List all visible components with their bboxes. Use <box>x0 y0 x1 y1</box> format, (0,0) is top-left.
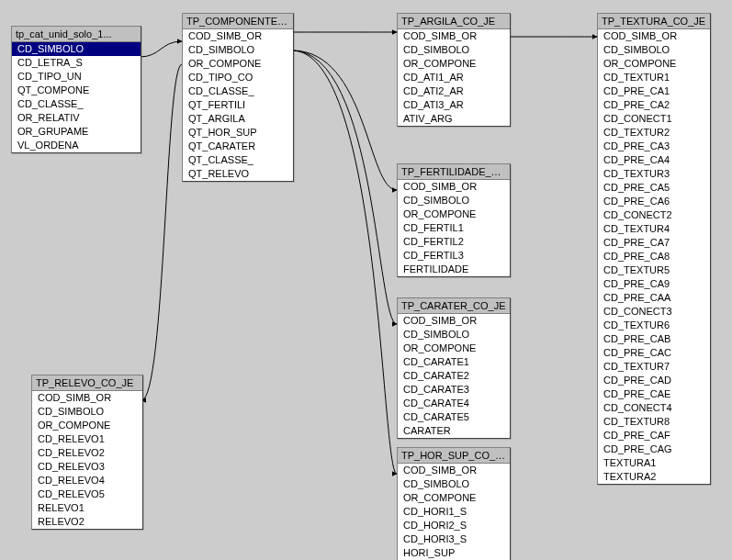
field-item[interactable]: CD_PRE_CA9 <box>598 277 710 291</box>
field-item[interactable]: CD_SIMBOLO <box>598 43 710 57</box>
field-item[interactable]: CD_PRE_CAF <box>598 429 710 442</box>
table-title[interactable]: TP_ARGILA_CO_JE <box>398 14 510 29</box>
field-item[interactable]: CD_TEXTUR4 <box>598 222 710 236</box>
field-item[interactable]: QT_ARGILA <box>183 112 293 126</box>
field-item[interactable]: OR_COMPONE <box>183 57 293 71</box>
field-item[interactable]: OR_COMPONE <box>598 57 710 71</box>
field-item[interactable]: CD_TEXTUR1 <box>598 71 710 84</box>
table-tp_argila_co_je[interactable]: TP_ARGILA_CO_JE COD_SIMB_ORCD_SIMBOLOOR_… <box>397 13 511 127</box>
field-item[interactable]: CD_HORI1_S <box>398 505 510 519</box>
field-item[interactable]: CD_FERTIL3 <box>398 249 510 263</box>
field-item[interactable]: OR_COMPONE <box>398 57 510 71</box>
field-item[interactable]: CD_PRE_CAD <box>598 374 710 387</box>
field-item[interactable]: CD_PRE_CA7 <box>598 236 710 250</box>
table-title[interactable]: TP_HOR_SUP_CO_JE <box>398 448 510 464</box>
field-item[interactable]: QT_RELEVO <box>183 167 293 181</box>
field-item[interactable]: TEXTURA1 <box>598 456 710 470</box>
field-item[interactable]: CD_RELEVO5 <box>32 487 142 501</box>
table-tp_cat_unid_solo[interactable]: tp_cat_unid_solo_1... CD_SIMBOLOCD_LETRA… <box>11 26 141 153</box>
field-item[interactable]: CD_SIMBOLO <box>398 328 510 342</box>
field-item[interactable]: CD_SIMBOLO <box>12 42 141 56</box>
field-item[interactable]: CD_CARATE2 <box>398 369 510 383</box>
field-item[interactable]: CD_CARATE5 <box>398 410 510 424</box>
table-tp_textura_co_je[interactable]: TP_TEXTURA_CO_JE COD_SIMB_ORCD_SIMBOLOOR… <box>597 13 711 485</box>
field-item[interactable]: QT_CLASSE_ <box>183 153 293 167</box>
table-tp_fertilidade_co[interactable]: TP_FERTILIDADE_CO... COD_SIMB_ORCD_SIMBO… <box>397 163 511 277</box>
field-item[interactable]: RELEVO1 <box>32 501 142 515</box>
field-item[interactable]: COD_SIMB_OR <box>398 464 510 477</box>
table-tp_componente_je[interactable]: TP_COMPONENTE_JE COD_SIMB_ORCD_SIMBOLOOR… <box>182 13 294 182</box>
field-item[interactable]: CD_CLASSE_ <box>183 84 293 98</box>
field-item[interactable]: HORI_SUP <box>398 546 510 560</box>
table-tp_relevo_co_je[interactable]: TP_RELEVO_CO_JE COD_SIMB_ORCD_SIMBOLOOR_… <box>31 375 143 530</box>
field-item[interactable]: CD_TEXTUR6 <box>598 319 710 332</box>
field-item[interactable]: COD_SIMB_OR <box>398 180 510 194</box>
field-item[interactable]: CD_TEXTUR3 <box>598 167 710 181</box>
field-item[interactable]: CD_PRE_CAG <box>598 442 710 456</box>
field-item[interactable]: OR_RELATIV <box>12 111 141 125</box>
field-item[interactable]: CD_RELEVO1 <box>32 432 142 446</box>
field-item[interactable]: COD_SIMB_OR <box>598 29 710 43</box>
table-title[interactable]: TP_COMPONENTE_JE <box>183 14 293 29</box>
field-item[interactable]: CD_SIMBOLO <box>183 43 293 57</box>
table-tp_hor_sup_co_je[interactable]: TP_HOR_SUP_CO_JE COD_SIMB_ORCD_SIMBOLOOR… <box>397 447 511 560</box>
field-item[interactable]: CD_ATI2_AR <box>398 84 510 98</box>
field-item[interactable]: CD_CONECT4 <box>598 401 710 415</box>
field-item[interactable]: CD_SIMBOLO <box>398 194 510 207</box>
field-item[interactable]: CD_PRE_CA8 <box>598 250 710 263</box>
field-item[interactable]: CD_PRE_CAA <box>598 291 710 305</box>
field-item[interactable]: CD_ATI1_AR <box>398 71 510 84</box>
table-title[interactable]: TP_RELEVO_CO_JE <box>32 375 142 391</box>
field-item[interactable]: CD_PRE_CA1 <box>598 84 710 98</box>
field-item[interactable]: CD_TIPO_UN <box>12 70 141 84</box>
field-item[interactable]: CD_TEXTUR8 <box>598 415 710 429</box>
field-item[interactable]: OR_GRUPAME <box>12 125 141 139</box>
field-item[interactable]: CD_TEXTUR2 <box>598 126 710 140</box>
table-title[interactable]: TP_TEXTURA_CO_JE <box>598 14 710 29</box>
er-diagram-canvas[interactable]: tp_cat_unid_solo_1... CD_SIMBOLOCD_LETRA… <box>0 0 732 560</box>
field-item[interactable]: CD_PRE_CA6 <box>598 195 710 208</box>
field-item[interactable]: OR_COMPONE <box>398 342 510 355</box>
field-item[interactable]: CD_PRE_CAC <box>598 346 710 360</box>
field-item[interactable]: OR_COMPONE <box>398 491 510 505</box>
field-item[interactable]: QT_COMPONE <box>12 84 141 97</box>
field-item[interactable]: COD_SIMB_OR <box>183 29 293 43</box>
field-item[interactable]: VL_ORDENA <box>12 139 141 152</box>
field-item[interactable]: CD_CONECT1 <box>598 112 710 126</box>
field-item[interactable]: COD_SIMB_OR <box>398 29 510 43</box>
field-item[interactable]: CD_HORI2_S <box>398 519 510 532</box>
field-item[interactable]: CD_RELEVO4 <box>32 474 142 487</box>
field-item[interactable]: CD_PRE_CAB <box>598 332 710 346</box>
field-item[interactable]: OR_COMPONE <box>398 207 510 221</box>
field-item[interactable]: CD_PRE_CA3 <box>598 140 710 153</box>
field-item[interactable]: TEXTURA2 <box>598 470 710 484</box>
field-item[interactable]: CD_CARATE1 <box>398 355 510 369</box>
field-item[interactable]: CD_CONECT3 <box>598 305 710 319</box>
field-item[interactable]: CD_FERTIL2 <box>398 235 510 249</box>
field-item[interactable]: CD_RELEVO3 <box>32 460 142 474</box>
field-item[interactable]: FERTILIDADE <box>398 263 510 276</box>
field-item[interactable]: ATIV_ARG <box>398 112 510 126</box>
field-item[interactable]: CD_CONECT2 <box>598 208 710 222</box>
field-item[interactable]: CD_TEXTUR5 <box>598 263 710 277</box>
field-item[interactable]: CD_RELEVO2 <box>32 446 142 460</box>
field-item[interactable]: CD_PRE_CA2 <box>598 98 710 112</box>
field-item[interactable]: RELEVO2 <box>32 515 142 529</box>
field-item[interactable]: CD_PRE_CA4 <box>598 153 710 167</box>
field-item[interactable]: COD_SIMB_OR <box>398 314 510 328</box>
field-item[interactable]: CD_CARATE3 <box>398 383 510 397</box>
field-item[interactable]: CD_TIPO_CO <box>183 71 293 84</box>
field-item[interactable]: CD_SIMBOLO <box>32 405 142 419</box>
field-item[interactable]: CD_ATI3_AR <box>398 98 510 112</box>
table-title[interactable]: tp_cat_unid_solo_1... <box>12 27 141 42</box>
table-tp_carater_co_je[interactable]: TP_CARATER_CO_JE COD_SIMB_ORCD_SIMBOLOOR… <box>397 297 511 439</box>
table-title[interactable]: TP_CARATER_CO_JE <box>398 298 510 314</box>
field-item[interactable]: CD_PRE_CAE <box>598 387 710 401</box>
field-item[interactable]: CD_PRE_CA5 <box>598 181 710 195</box>
field-item[interactable]: QT_CARATER <box>183 140 293 153</box>
field-item[interactable]: CD_TEXTUR7 <box>598 360 710 374</box>
field-item[interactable]: QT_HOR_SUP <box>183 126 293 140</box>
field-item[interactable]: CD_CARATE4 <box>398 397 510 410</box>
field-item[interactable]: QT_FERTILI <box>183 98 293 112</box>
field-item[interactable]: CARATER <box>398 424 510 438</box>
